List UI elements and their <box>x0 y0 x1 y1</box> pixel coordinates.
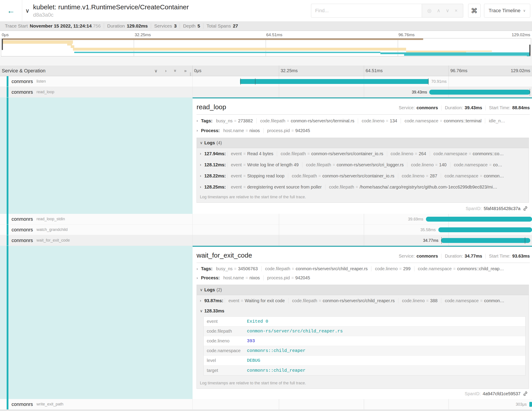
span-bar[interactable] <box>426 217 532 222</box>
span-name-cell[interactable]: conmonrs read_loop_stdin <box>0 214 193 224</box>
field-key: code.namespace <box>434 151 467 156</box>
timeline-minimap[interactable] <box>1 38 531 56</box>
logs-header[interactable]: ∨ Logs (4) <box>197 138 529 148</box>
span-row-watch-grandchild[interactable]: conmonrs watch_grandchild 35.58ms <box>0 225 532 235</box>
operation-name: wait_for_exit_code <box>37 238 70 243</box>
span-name-cell[interactable]: conmonrs listen <box>0 76 193 87</box>
span-row-listen[interactable]: conmonrs listen 70.91ms <box>0 76 532 87</box>
gridline <box>279 87 279 97</box>
span-bar-cell[interactable]: 35.58ms <box>193 225 532 235</box>
keyboard-shortcuts-button[interactable]: ⌘ <box>468 4 481 18</box>
span-row-write-exit-path[interactable]: conmonrs write_exit_path 303μs <box>0 399 532 410</box>
log-entry[interactable]: › 128.22ms: event=Stopping read loop cod… <box>197 170 529 181</box>
gridline <box>364 87 364 97</box>
equals-sign: = <box>386 118 389 123</box>
back-button[interactable]: ← <box>0 0 22 21</box>
next-match-icon[interactable]: ∨ <box>446 8 449 14</box>
log-field: code.lineno=140 <box>407 162 450 167</box>
summary-duration: Duration 129.02ms <box>104 23 151 29</box>
detail-operation-title: read_loop <box>197 103 226 111</box>
expand-one-icon[interactable]: › <box>165 68 167 73</box>
summary-label: Total Spans <box>207 23 231 29</box>
tag-key: code.namespace <box>404 118 438 123</box>
log-timestamp: 128.22ms: <box>204 173 226 178</box>
detail-header[interactable]: wait_for_exit_code Service: conmonrs Dur… <box>197 252 530 259</box>
link-icon[interactable] <box>523 206 528 211</box>
view-selector-button[interactable]: Trace Timeline ∨ <box>484 4 530 18</box>
service-operation-title: Service & Operation <box>2 68 46 74</box>
span-bar[interactable] <box>429 90 530 95</box>
span-bar-cell[interactable]: 70.91ms <box>193 76 532 87</box>
log-entry-expanded[interactable]: ∨ 128.33ms <box>197 306 529 315</box>
span-duration-label: 34.77ms <box>423 238 438 243</box>
field-key: code.filepath <box>281 151 306 156</box>
field-key: event <box>231 162 242 167</box>
collapse-one-icon[interactable]: ∨ <box>154 68 158 73</box>
service-name: conmonrs <box>11 78 33 84</box>
span-name-cell[interactable]: conmonrs write_exit_path <box>0 399 193 410</box>
gridline <box>364 235 364 245</box>
logs-header[interactable]: ∨ Logs (2) <box>197 285 529 295</box>
equals-sign: = <box>292 266 294 271</box>
tags-row[interactable]: › Tags: busy_ns=34506763 code.filepath=c… <box>197 264 530 273</box>
log-entry[interactable]: › 128.25ms: event=deregistering event so… <box>197 181 529 193</box>
span-bar-cell[interactable]: 39.43ms <box>193 87 532 97</box>
log-field: code.filepath=conmon-rs/server/src/cri_l… <box>302 162 407 167</box>
prev-match-icon[interactable]: ∧ <box>437 8 440 14</box>
process-value: 942045 <box>295 275 310 280</box>
field-key: target <box>204 368 247 373</box>
trace-header-collapse-icon[interactable]: ∨ <box>25 7 29 14</box>
field-key: code.lineno <box>204 338 247 343</box>
span-bar-cell[interactable]: 303μs <box>193 399 532 410</box>
focus-match-icon[interactable]: ◎ <box>427 8 431 14</box>
summary-services: Services 3 <box>151 23 180 29</box>
span-row-read-loop[interactable]: conmonrs read_loop 39.43ms <box>0 87 532 98</box>
equals-sign: = <box>246 128 248 133</box>
divider <box>485 106 486 110</box>
service-color-bar <box>7 98 9 214</box>
span-bar[interactable] <box>441 238 530 243</box>
expand-all-icon[interactable]: » <box>184 68 187 73</box>
log-field: code.namespace=conmonrs::co… <box>430 151 507 156</box>
equals-sign: = <box>243 185 246 189</box>
clear-search-icon[interactable]: × <box>455 8 458 14</box>
log-entry[interactable]: › 128.12ms: event=Wrote log line of leng… <box>197 159 529 170</box>
span-row-wait-for-exit-code[interactable]: conmonrs wait_for_exit_code 34.77ms <box>0 235 532 246</box>
span-bar-cell[interactable]: 39.69ms <box>193 214 532 224</box>
back-arrow-icon: ← <box>7 6 15 15</box>
field-value: 264 <box>419 151 426 156</box>
expand-collapse-controls: ∨ › » » <box>154 68 187 73</box>
process-row[interactable]: › Process: host.name=nixos process.pid=9… <box>197 273 530 283</box>
tags-row[interactable]: › Tags: busy_ns=273882 code.filepath=con… <box>197 116 530 126</box>
span-name-cell[interactable]: conmonrs read_loop <box>0 87 193 97</box>
summary-trace-start: Trace Start November 15 2022, 11:24:14 .… <box>2 23 104 29</box>
span-row-read-loop-stdin[interactable]: conmonrs read_loop_stdin 39.69ms <box>0 214 532 225</box>
link-icon[interactable] <box>523 391 528 396</box>
span-name-cell[interactable]: conmonrs watch_grandchild <box>0 225 193 235</box>
tag-pill: code.namespace=conmonrs::child_reap… <box>414 266 508 271</box>
detail-panel: read_loop Service: conmonrs Duration: 39… <box>193 98 532 214</box>
equals-sign: = <box>480 298 483 303</box>
log-entry[interactable]: › 93.87ms: event=Waiting for exit code c… <box>197 295 529 306</box>
detail-header[interactable]: read_loop Service: conmonrs Duration: 39… <box>197 103 530 111</box>
equals-sign: = <box>287 118 289 123</box>
span-bar[interactable] <box>240 79 429 84</box>
field-value: 287 <box>430 173 437 178</box>
column-resizer[interactable]: ∥ <box>190 72 192 76</box>
process-row[interactable]: › Process: host.name=nixos process.pid=9… <box>197 126 530 136</box>
logs-section: ∨ Logs (2) › 93.87ms: event=Waiting for … <box>197 285 529 389</box>
equals-sign: = <box>453 266 456 271</box>
field-key: code.lineno <box>411 162 434 167</box>
operation-name: write_exit_path <box>37 402 63 407</box>
detail-meta: Service: conmonrs Duration: 39.43ms Star… <box>399 105 530 110</box>
equals-sign: = <box>426 174 428 178</box>
log-timestamp: 93.87ms: <box>204 298 223 303</box>
log-entry[interactable]: › 127.94ms: event=Read 4 bytes code.file… <box>197 148 529 159</box>
span-bar[interactable] <box>529 402 532 407</box>
span-name-cell[interactable]: conmonrs wait_for_exit_code <box>0 235 193 245</box>
collapse-all-icon[interactable]: » <box>173 69 178 72</box>
find-input[interactable] <box>311 4 422 18</box>
bottom-strip <box>0 410 532 411</box>
span-bar-cell[interactable]: 34.77ms <box>193 235 532 245</box>
span-bar[interactable] <box>438 227 532 232</box>
